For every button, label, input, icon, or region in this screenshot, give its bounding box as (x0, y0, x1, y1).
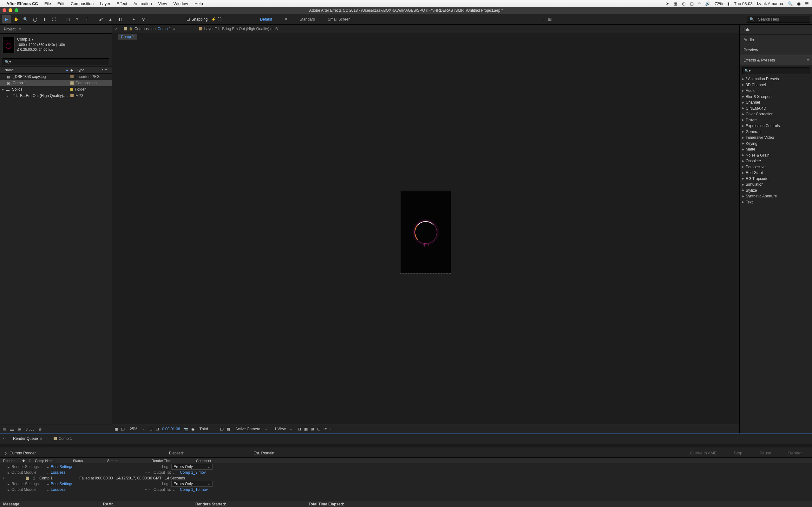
tab-menu-icon[interactable]: ≡ (173, 26, 175, 31)
menu-layer[interactable]: Layer (100, 1, 110, 6)
current-render-toggle[interactable]: Current Render (4, 451, 36, 455)
col-type-header[interactable]: Type (77, 68, 102, 72)
workspace-standard[interactable]: Standard (300, 17, 315, 21)
effects-category[interactable]: CINEMA 4D (740, 106, 812, 112)
output-module-row[interactable]: Output Module: ⌄ Lossless + − Output To:… (0, 469, 812, 475)
effects-category[interactable]: Color Correction (740, 111, 812, 117)
timeline-comp-tab[interactable]: Comp 1 (50, 436, 75, 441)
project-search-input[interactable]: 🔍▾ (3, 58, 109, 65)
effects-search-input[interactable]: 🔍▾ (742, 67, 809, 74)
effects-category[interactable]: Blur & Sharpen (740, 94, 812, 100)
project-item[interactable]: ♪T.I.- B...Em Out (High Quality).mp3MP3 (0, 93, 112, 99)
refresh-icon[interactable]: ⟳ (323, 427, 327, 431)
wifi-icon[interactable]: ⌔ (698, 1, 701, 6)
effects-category[interactable]: 3D Channel (740, 82, 812, 88)
panel-toggle-icon[interactable]: ▦ (548, 17, 552, 21)
zoom-dropdown[interactable]: 25% (128, 427, 146, 431)
close-window-button[interactable] (3, 8, 6, 12)
clone-tool[interactable]: ▲ (106, 15, 115, 23)
views-dropdown[interactable]: 1 View (272, 427, 295, 431)
folder-icon[interactable]: ▬ (10, 428, 14, 431)
info-panel-tab[interactable]: Info (740, 25, 812, 35)
effects-category[interactable]: Perspective (740, 164, 812, 170)
comp-name[interactable]: Comp 1 ▾ (17, 37, 65, 42)
maximize-window-button[interactable] (14, 8, 18, 12)
camera-dropdown[interactable]: Active Camera (234, 427, 269, 431)
zoom-tool[interactable]: 🔍 (21, 15, 30, 23)
app-tray-icon[interactable]: ▦ (674, 1, 677, 6)
preview-panel-tab[interactable]: Preview (740, 45, 812, 55)
camera-tool[interactable]: ▮ (40, 15, 49, 23)
hand-tool[interactable]: ✋ (11, 15, 20, 23)
siri-icon[interactable]: ◉ (797, 1, 801, 6)
snapshot-icon[interactable]: 📷 (183, 427, 188, 431)
type-tool[interactable]: T (83, 15, 91, 23)
output-module-row-2[interactable]: Output Module: ⌄ Lossless + − Output To:… (0, 487, 812, 493)
tab-close-icon[interactable]: × (114, 26, 119, 31)
composition-tab[interactable]: 🔒 Composition Comp 1 ≡ (121, 26, 177, 31)
effects-category[interactable]: Obsolete (740, 158, 812, 164)
rq-tab-close-icon[interactable]: × (3, 436, 5, 441)
guides-icon[interactable]: ⊡ (156, 427, 159, 431)
effects-category[interactable]: Generate (740, 129, 812, 135)
roto-tool[interactable]: ✦ (130, 15, 138, 23)
grid-icon[interactable]: ⊞ (149, 427, 153, 431)
col-tag-header[interactable]: ◆ (70, 68, 77, 72)
menu-view[interactable]: View (158, 1, 167, 6)
effects-category[interactable]: Expression Controls (740, 123, 812, 129)
effects-category[interactable]: Noise & Grain (740, 153, 812, 158)
effects-category[interactable]: Keying (740, 141, 812, 147)
clock-icon[interactable]: ◷ (682, 1, 686, 6)
effects-category[interactable]: Synthetic Aperture (740, 193, 812, 199)
add-icon[interactable]: + (330, 427, 332, 431)
render-queue-tab[interactable]: Render Queue ≡ (10, 436, 45, 441)
project-item[interactable]: ▤_DSF6853 copy.jpgImporterJPEG (0, 73, 112, 80)
render-settings-row-2[interactable]: Render Settings: ⌄ Best Settings Log: Er… (0, 481, 812, 487)
spotlight-icon[interactable]: 🔍 (788, 1, 793, 6)
menu-edit[interactable]: Edit (57, 1, 64, 6)
interpret-icon[interactable]: ▤ (3, 427, 6, 431)
minimize-window-button[interactable] (9, 8, 12, 12)
user-name[interactable]: Izaak Amanna (757, 1, 783, 6)
channel-toggle-icon[interactable]: ▢ (121, 427, 125, 431)
workspace-small-screen[interactable]: Small Screen (328, 17, 350, 21)
panel-menu-icon[interactable]: ≡ (40, 436, 42, 441)
notifications-icon[interactable]: ☰ (805, 1, 809, 6)
location-icon[interactable]: ➤ (666, 1, 669, 6)
effects-category[interactable]: Text (740, 199, 812, 205)
project-panel-tab[interactable]: Project ≡ (0, 25, 112, 34)
resolution-dropdown[interactable]: Third (198, 427, 217, 431)
volume-icon[interactable]: 🔊 (705, 1, 710, 6)
pen-tool[interactable]: ✎ (73, 15, 82, 23)
view-opt4-icon[interactable]: ⊡ (317, 427, 320, 431)
composition-viewport[interactable] (112, 41, 740, 424)
effects-category[interactable]: Distort (740, 117, 812, 123)
view-opt1-icon[interactable]: ⊡ (298, 427, 301, 431)
menu-effect[interactable]: Effect (117, 1, 127, 6)
menu-help[interactable]: Help (194, 1, 203, 6)
transparency-icon[interactable]: ▦ (227, 427, 230, 431)
log-dropdown[interactable]: Errors Only (171, 464, 212, 469)
datetime[interactable]: Thu 08:03 (734, 1, 753, 6)
bpc-toggle[interactable]: 8 bpc (26, 428, 34, 431)
color-mgmt-icon[interactable]: ◉ (191, 427, 194, 431)
airplay-icon[interactable]: ▢ (690, 1, 694, 6)
rectangle-tool[interactable]: ▢ (63, 15, 72, 23)
effects-category[interactable]: RG Trapcode (740, 176, 812, 182)
menu-composition[interactable]: Composition (71, 1, 94, 6)
project-item[interactable]: ▬SolidsFolder (0, 86, 112, 93)
pan-behind-tool[interactable]: ⛶ (49, 15, 58, 23)
eraser-tool[interactable]: ◧ (115, 15, 124, 23)
pause-button[interactable]: Pause (752, 449, 778, 457)
selection-tool[interactable]: ▶ (2, 15, 11, 23)
comp-icon[interactable]: ▣ (18, 427, 21, 431)
current-time[interactable]: 0:00:01:08 (162, 427, 180, 431)
overflow-icon[interactable]: » (542, 17, 545, 21)
breadcrumb-comp[interactable]: Comp 1 (118, 34, 137, 40)
col-size-header[interactable]: Siz (102, 68, 112, 72)
queue-ame-button[interactable]: Queue in AME (683, 449, 724, 457)
menu-animation[interactable]: Animation (134, 1, 152, 6)
stop-button[interactable]: Stop (727, 449, 750, 457)
roi-icon[interactable]: ▢ (220, 427, 223, 431)
project-item[interactable]: ▣Comp 1Composition (0, 80, 112, 86)
